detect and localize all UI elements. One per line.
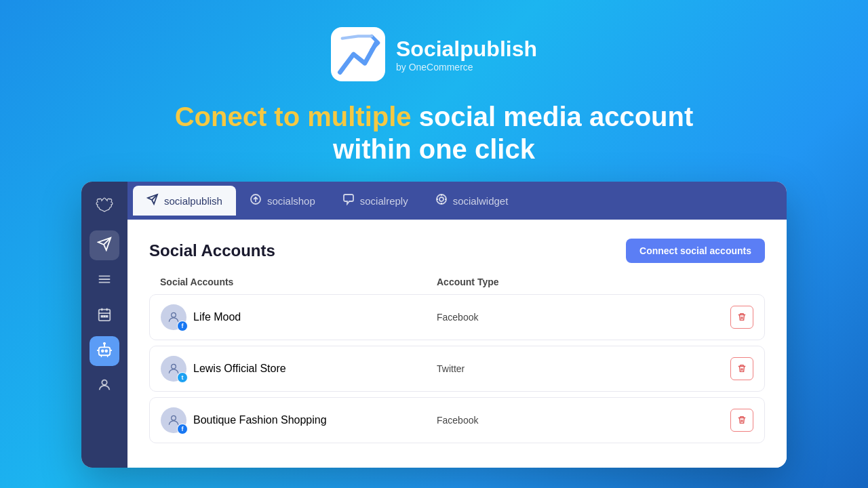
sidebar-logo bbox=[91, 192, 118, 220]
tab-socialwidget-label: socialwidget bbox=[453, 195, 509, 207]
hero-section: Conect to multiple social media account … bbox=[175, 100, 694, 165]
avatar-lewis: t bbox=[161, 356, 186, 382]
socialshop-tab-icon bbox=[250, 193, 262, 209]
facebook-badge: f bbox=[177, 424, 188, 434]
account-name-boutique: f Boutique Fashion Shopping bbox=[161, 407, 437, 433]
svg-point-24 bbox=[172, 312, 176, 317]
sidebar-item-bot[interactable] bbox=[90, 336, 119, 366]
publish-icon bbox=[97, 237, 112, 255]
delete-boutique-button[interactable] bbox=[730, 409, 753, 432]
svg-rect-10 bbox=[99, 347, 111, 355]
account-name-lifemood: f Life Mood bbox=[161, 304, 437, 330]
svg-rect-8 bbox=[104, 315, 105, 317]
svg-point-11 bbox=[102, 350, 104, 352]
table-row: t Lewis Official Store Twitter bbox=[149, 346, 765, 392]
brand-name: Socialpublish bbox=[396, 37, 537, 62]
svg-point-27 bbox=[172, 364, 176, 369]
sidebar-item-publish[interactable] bbox=[90, 230, 119, 260]
svg-point-13 bbox=[104, 342, 105, 344]
tab-socialreply[interactable]: socialreply bbox=[329, 186, 422, 216]
account-name-lewis: t Lewis Official Store bbox=[161, 356, 437, 382]
brand-text: Socialpublish by OneCommerce bbox=[396, 37, 537, 73]
tab-socialpublish-label: socialpublish bbox=[164, 195, 222, 207]
app-window: socialpublish socialshop bbox=[81, 182, 787, 468]
table-row: f Boutique Fashion Shopping Facebook bbox=[149, 397, 765, 443]
bot-icon bbox=[97, 342, 112, 361]
antler-icon bbox=[94, 195, 115, 217]
facebook-badge: f bbox=[177, 321, 188, 331]
user-icon bbox=[97, 378, 112, 396]
account-label-lewis: Lewis Official Store bbox=[193, 363, 286, 375]
svg-point-12 bbox=[105, 350, 107, 352]
twitter-badge: t bbox=[177, 372, 188, 383]
tab-socialwidget[interactable]: socialwidget bbox=[422, 186, 522, 216]
tab-socialpublish[interactable]: socialpublish bbox=[133, 186, 236, 216]
table-row: f Life Mood Facebook bbox=[149, 294, 765, 340]
trash-icon bbox=[737, 312, 747, 322]
sidebar-item-menu[interactable] bbox=[90, 266, 119, 296]
socialpublish-tab-icon bbox=[146, 193, 159, 209]
socialwidget-tab-icon bbox=[435, 193, 448, 209]
svg-point-18 bbox=[437, 195, 446, 204]
sidebar-item-user[interactable] bbox=[90, 371, 119, 401]
trash-icon bbox=[737, 364, 747, 373]
socialreply-tab-icon bbox=[342, 193, 355, 209]
brand-sub: by OneCommerce bbox=[396, 62, 537, 73]
svg-point-30 bbox=[172, 415, 176, 420]
tab-bar: socialpublish socialshop bbox=[127, 182, 787, 220]
account-type-lifemood: Facebook bbox=[437, 312, 713, 323]
avatar-boutique: f bbox=[161, 407, 186, 433]
hero-line1-plain: social media account bbox=[419, 102, 694, 131]
tab-socialshop[interactable]: socialshop bbox=[236, 186, 329, 216]
tab-socialshop-label: socialshop bbox=[267, 195, 315, 207]
account-label-lifemood: Life Mood bbox=[193, 311, 241, 323]
delete-lewis-button[interactable] bbox=[730, 357, 753, 380]
col-header-account: Social Accounts bbox=[160, 277, 437, 287]
account-type-boutique: Facebook bbox=[437, 415, 713, 426]
svg-point-19 bbox=[439, 197, 443, 201]
hero-highlight: Conect to multiple bbox=[175, 102, 412, 131]
content-area: Social Accounts Connect social accounts … bbox=[127, 220, 787, 468]
trash-icon bbox=[737, 415, 747, 425]
menu-icon bbox=[97, 272, 112, 290]
hero-line2: within one click bbox=[175, 133, 694, 165]
svg-point-16 bbox=[102, 380, 106, 384]
svg-rect-7 bbox=[101, 315, 102, 317]
app-header: Socialpublish by OneCommerce bbox=[331, 27, 537, 81]
delete-lifemood-button[interactable] bbox=[730, 306, 753, 329]
content-header: Social Accounts Connect social accounts bbox=[149, 239, 765, 263]
connect-social-accounts-button[interactable]: Connect social accounts bbox=[626, 239, 765, 263]
avatar-lifemood: f bbox=[161, 304, 186, 330]
col-header-type: Account Type bbox=[437, 277, 713, 287]
svg-rect-3 bbox=[99, 309, 111, 321]
table-header: Social Accounts Account Type bbox=[149, 277, 765, 294]
hero-line1: Conect to multiple social media account bbox=[175, 100, 694, 133]
logo-svg bbox=[331, 27, 385, 81]
sidebar bbox=[81, 182, 127, 468]
svg-rect-9 bbox=[106, 315, 108, 317]
main-content: socialpublish socialshop bbox=[127, 182, 787, 468]
tab-socialreply-label: socialreply bbox=[360, 195, 408, 207]
logo-box bbox=[331, 27, 385, 81]
page-title: Social Accounts bbox=[149, 241, 275, 260]
calendar-icon bbox=[97, 307, 112, 325]
sidebar-item-calendar[interactable] bbox=[90, 301, 119, 331]
account-type-lewis: Twitter bbox=[437, 363, 713, 374]
account-label-boutique: Boutique Fashion Shopping bbox=[193, 414, 327, 426]
